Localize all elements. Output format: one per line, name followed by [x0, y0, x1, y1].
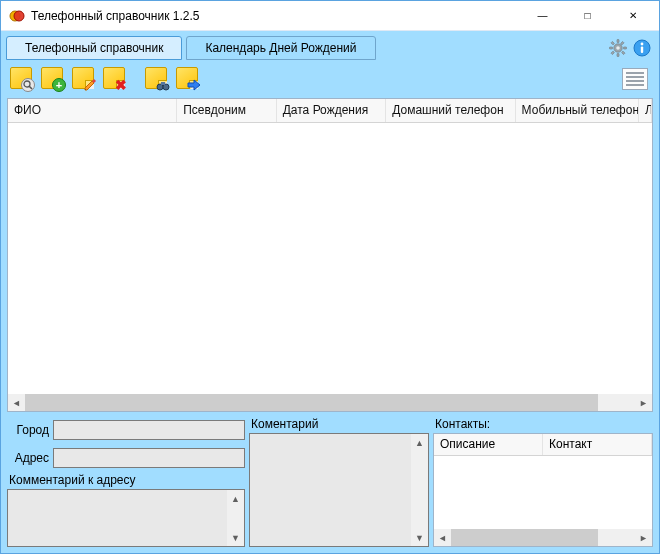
- scroll-left-arrow[interactable]: ◄: [8, 394, 25, 411]
- comment-textarea[interactable]: ▲ ▼: [249, 433, 429, 547]
- info-button[interactable]: [632, 38, 652, 58]
- svg-line-16: [29, 86, 32, 89]
- scroll-up-arrow[interactable]: ▲: [411, 434, 428, 451]
- address-panel: Город Адрес Комментарий к адресу ▲ ▼: [7, 416, 245, 547]
- scroll-left-arrow[interactable]: ◄: [434, 529, 451, 546]
- scroll-down-arrow[interactable]: ▼: [227, 529, 244, 546]
- city-input[interactable]: [53, 420, 245, 440]
- scroll-right-arrow[interactable]: ►: [635, 529, 652, 546]
- col-description[interactable]: Описание: [434, 434, 543, 455]
- contacts-table: ФИО Псевдоним Дата Рождения Домашний тел…: [7, 98, 653, 412]
- scroll-track[interactable]: [25, 394, 635, 411]
- svg-rect-22: [161, 82, 165, 85]
- window-title: Телефонный справочник 1.2.5: [31, 9, 520, 23]
- svg-rect-8: [622, 51, 626, 55]
- svg-point-13: [641, 42, 644, 45]
- comment-label: Коментарий: [249, 416, 429, 433]
- search-all-button[interactable]: [143, 65, 171, 93]
- tab-birthdays[interactable]: Календарь Дней Рождений: [186, 36, 375, 60]
- scroll-down-arrow[interactable]: ▼: [411, 529, 428, 546]
- svg-rect-9: [621, 41, 625, 45]
- col-nick[interactable]: Псевдоним: [177, 99, 277, 122]
- detail-panels: Город Адрес Комментарий к адресу ▲ ▼: [2, 416, 658, 552]
- scroll-thumb[interactable]: [451, 529, 598, 546]
- svg-rect-6: [624, 47, 627, 49]
- col-fio[interactable]: ФИО: [8, 99, 177, 122]
- svg-rect-5: [610, 47, 613, 49]
- svg-rect-10: [611, 51, 615, 55]
- v-scrollbar[interactable]: ▲ ▼: [227, 490, 244, 546]
- svg-rect-14: [641, 46, 643, 53]
- tab-bar: Телефонный справочник Календарь Дней Рож…: [2, 32, 658, 60]
- magnifier-icon: [21, 78, 35, 92]
- svg-rect-7: [611, 41, 615, 45]
- address-comment-textarea[interactable]: ▲ ▼: [7, 489, 245, 547]
- col-contact[interactable]: Контакт: [543, 434, 652, 455]
- table-header: ФИО Псевдоним Дата Рождения Домашний тел…: [8, 99, 652, 123]
- col-mobile[interactable]: Мобильный телефон: [516, 99, 639, 122]
- edit-button[interactable]: [70, 65, 98, 93]
- scroll-right-arrow[interactable]: ►: [635, 394, 652, 411]
- app-window: Телефонный справочник 1.2.5 — □ ✕ Телефо…: [0, 0, 660, 554]
- comment-panel: Коментарий ▲ ▼: [249, 416, 429, 547]
- gear-icon: [609, 39, 627, 57]
- contacts-label: Контакты:: [433, 416, 653, 433]
- h-scrollbar[interactable]: ◄ ►: [8, 394, 652, 411]
- scroll-track[interactable]: [451, 529, 635, 546]
- arrow-right-icon: [187, 78, 201, 92]
- contacts-subtable: Описание Контакт ◄ ►: [433, 433, 653, 547]
- client-area: Телефонный справочник Календарь Дней Рож…: [1, 31, 659, 553]
- svg-marker-23: [188, 80, 200, 90]
- svg-point-1: [14, 11, 24, 21]
- binoculars-icon: [156, 78, 170, 92]
- svg-rect-3: [617, 39, 619, 42]
- svg-marker-17: [85, 81, 94, 90]
- delete-button[interactable]: ✖: [101, 65, 129, 93]
- x-icon: ✖: [114, 78, 128, 92]
- col-overflow[interactable]: Л: [639, 99, 652, 122]
- view-list-button[interactable]: [622, 68, 648, 90]
- svg-point-11: [616, 46, 620, 50]
- col-home[interactable]: Домашний телефон: [386, 99, 515, 122]
- add-button[interactable]: +: [39, 65, 67, 93]
- scroll-thumb[interactable]: [25, 394, 598, 411]
- toolbar: + ✖: [2, 60, 658, 98]
- titlebar: Телефонный справочник 1.2.5 — □ ✕: [1, 1, 659, 31]
- pencil-icon: [83, 78, 97, 92]
- export-button[interactable]: [174, 65, 202, 93]
- maximize-button[interactable]: □: [565, 2, 610, 30]
- scroll-up-arrow[interactable]: ▲: [227, 490, 244, 507]
- contacts-body[interactable]: [434, 456, 652, 529]
- col-dob[interactable]: Дата Рождения: [277, 99, 386, 122]
- settings-button[interactable]: [608, 38, 628, 58]
- app-icon: [9, 8, 25, 24]
- v-scrollbar[interactable]: ▲ ▼: [411, 434, 428, 546]
- address-comment-label: Комментарий к адресу: [7, 472, 245, 489]
- tab-phonebook[interactable]: Телефонный справочник: [6, 36, 182, 60]
- find-button[interactable]: [8, 65, 36, 93]
- svg-rect-4: [617, 53, 619, 56]
- address-label: Адрес: [7, 451, 53, 465]
- contacts-header: Описание Контакт: [434, 434, 652, 456]
- table-body[interactable]: [8, 123, 652, 394]
- address-input[interactable]: [53, 448, 245, 468]
- plus-icon: +: [52, 78, 66, 92]
- info-icon: [633, 39, 651, 57]
- h-scrollbar[interactable]: ◄ ►: [434, 529, 652, 546]
- minimize-button[interactable]: —: [520, 2, 565, 30]
- contacts-panel: Контакты: Описание Контакт ◄ ►: [433, 416, 653, 547]
- city-label: Город: [7, 423, 53, 437]
- close-button[interactable]: ✕: [610, 2, 655, 30]
